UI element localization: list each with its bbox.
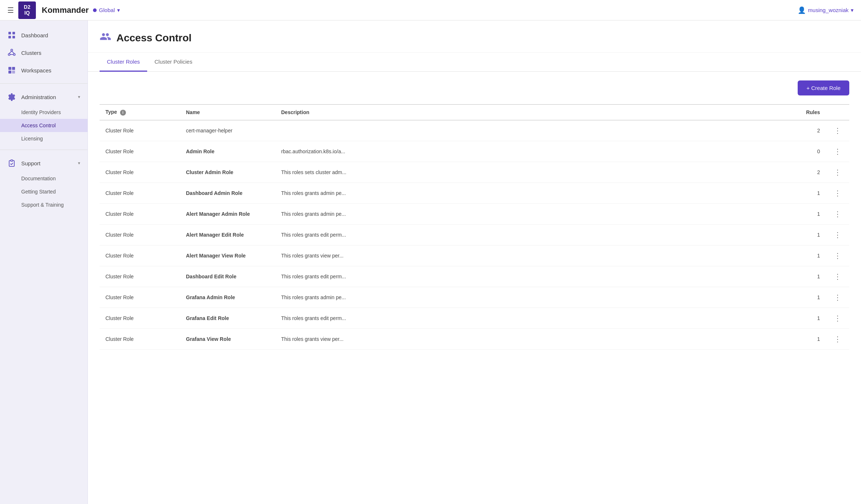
clusters-icon bbox=[7, 48, 16, 57]
cell-name: Grafana Edit Role bbox=[180, 308, 275, 328]
topnav: ☰ D2 IQ Kommander Global ▾ 👤 musing_wozn… bbox=[0, 0, 861, 20]
cell-type: Cluster Role bbox=[100, 224, 180, 245]
sidebar-item-identity-providers[interactable]: Identity Providers bbox=[0, 106, 87, 119]
sidebar-label-support: Support bbox=[21, 160, 41, 166]
row-actions-button[interactable]: ⋮ bbox=[832, 292, 843, 302]
administration-chevron: ▾ bbox=[78, 94, 80, 99]
cell-actions: ⋮ bbox=[826, 224, 849, 245]
row-actions-button[interactable]: ⋮ bbox=[832, 188, 843, 198]
cell-rules: 1 bbox=[797, 328, 826, 349]
cell-actions: ⋮ bbox=[826, 141, 849, 162]
row-actions-button[interactable]: ⋮ bbox=[832, 334, 843, 344]
row-actions-button[interactable]: ⋮ bbox=[832, 271, 843, 282]
main-content: Access Control Cluster Roles Cluster Pol… bbox=[88, 20, 861, 504]
row-actions-button[interactable]: ⋮ bbox=[832, 146, 843, 157]
cell-type: Cluster Role bbox=[100, 183, 180, 203]
col-rules: Rules bbox=[797, 105, 826, 120]
cell-description bbox=[275, 120, 797, 141]
cell-actions: ⋮ bbox=[826, 308, 849, 328]
table-row: Cluster Role cert-manager-helper 2 ⋮ bbox=[100, 120, 849, 141]
cell-name: Alert Manager Admin Role bbox=[180, 203, 275, 224]
col-name: Name bbox=[180, 105, 275, 120]
global-selector[interactable]: Global ▾ bbox=[93, 7, 120, 14]
sidebar-divider-1 bbox=[0, 83, 87, 84]
tab-cluster-policies[interactable]: Cluster Policies bbox=[147, 53, 200, 72]
user-icon: 👤 bbox=[798, 6, 806, 14]
sidebar-item-clusters[interactable]: Clusters bbox=[0, 44, 87, 61]
sidebar-item-access-control[interactable]: Access Control bbox=[0, 119, 87, 132]
svg-line-7 bbox=[9, 51, 12, 54]
row-actions-button[interactable]: ⋮ bbox=[832, 251, 843, 261]
sidebar-item-support-training[interactable]: Support & Training bbox=[0, 198, 87, 211]
cell-name: Dashboard Edit Role bbox=[180, 266, 275, 287]
sidebar-item-documentation[interactable]: Documentation bbox=[0, 172, 87, 185]
type-info-icon[interactable]: i bbox=[120, 110, 126, 116]
table-row: Cluster Role Grafana Edit Role This role… bbox=[100, 308, 849, 328]
cell-rules: 0 bbox=[797, 141, 826, 162]
global-dot bbox=[93, 8, 97, 12]
tab-cluster-roles[interactable]: Cluster Roles bbox=[100, 53, 147, 72]
svg-rect-2 bbox=[8, 36, 11, 38]
row-actions-button[interactable]: ⋮ bbox=[832, 125, 843, 136]
global-chevron: ▾ bbox=[117, 7, 120, 14]
cell-type: Cluster Role bbox=[100, 162, 180, 183]
sidebar-section-administration: Administration ▾ Identity Providers Acce… bbox=[0, 88, 87, 145]
page-title: Access Control bbox=[116, 32, 191, 44]
cell-actions: ⋮ bbox=[826, 203, 849, 224]
svg-point-5 bbox=[8, 54, 10, 56]
user-menu[interactable]: 👤 musing_wozniak ▾ bbox=[798, 6, 854, 14]
sidebar-section-support: Support ▾ Documentation Getting Started … bbox=[0, 154, 87, 211]
cell-description: This roles grants view per... bbox=[275, 245, 797, 266]
cell-description: rbac.authorization.k8s.io/a... bbox=[275, 141, 797, 162]
logo: D2 IQ bbox=[18, 1, 36, 19]
cell-rules: 1 bbox=[797, 308, 826, 328]
dashboard-icon bbox=[7, 31, 16, 40]
table-body: Cluster Role cert-manager-helper 2 ⋮ Clu… bbox=[100, 120, 849, 349]
row-actions-button[interactable]: ⋮ bbox=[832, 209, 843, 219]
sidebar-item-workspaces[interactable]: Workspaces bbox=[0, 61, 87, 79]
cell-name: Grafana Admin Role bbox=[180, 287, 275, 308]
table-row: Cluster Role Dashboard Admin Role This r… bbox=[100, 183, 849, 203]
user-chevron: ▾ bbox=[851, 7, 854, 14]
cell-actions: ⋮ bbox=[826, 162, 849, 183]
row-actions-button[interactable]: ⋮ bbox=[832, 313, 843, 323]
table-row: Cluster Role Dashboard Edit Role This ro… bbox=[100, 266, 849, 287]
sidebar-label-clusters: Clusters bbox=[21, 50, 41, 56]
username: musing_wozniak bbox=[808, 7, 849, 13]
cell-name: Admin Role bbox=[180, 141, 275, 162]
cell-description: This roles grants edit perm... bbox=[275, 308, 797, 328]
cell-rules: 1 bbox=[797, 203, 826, 224]
table-row: Cluster Role Alert Manager View Role Thi… bbox=[100, 245, 849, 266]
sidebar-item-licensing[interactable]: Licensing bbox=[0, 132, 87, 145]
cell-description: This roles grants edit perm... bbox=[275, 224, 797, 245]
col-actions bbox=[826, 105, 849, 120]
cell-rules: 1 bbox=[797, 183, 826, 203]
table-row: Cluster Role Admin Role rbac.authorizati… bbox=[100, 141, 849, 162]
row-actions-button[interactable]: ⋮ bbox=[832, 167, 843, 177]
cell-name: Dashboard Admin Role bbox=[180, 183, 275, 203]
access-control-icon bbox=[100, 31, 111, 45]
cell-actions: ⋮ bbox=[826, 287, 849, 308]
svg-rect-3 bbox=[12, 36, 15, 38]
svg-line-8 bbox=[12, 51, 14, 54]
gear-icon bbox=[7, 93, 16, 101]
sidebar-item-getting-started[interactable]: Getting Started bbox=[0, 185, 87, 198]
cell-rules: 1 bbox=[797, 287, 826, 308]
sidebar-item-dashboard[interactable]: Dashboard bbox=[0, 26, 87, 44]
sidebar-section-header-support[interactable]: Support ▾ bbox=[0, 154, 87, 172]
sidebar: Dashboard Clusters Workspaces bbox=[0, 20, 88, 504]
sidebar-section-header-administration[interactable]: Administration ▾ bbox=[0, 88, 87, 106]
svg-point-6 bbox=[14, 54, 15, 56]
cell-description: This roles grants admin pe... bbox=[275, 183, 797, 203]
support-icon bbox=[7, 159, 16, 168]
table-row: Cluster Role Grafana Admin Role This rol… bbox=[100, 287, 849, 308]
hamburger-button[interactable]: ☰ bbox=[7, 6, 14, 15]
topnav-left: ☰ D2 IQ Kommander Global ▾ bbox=[7, 1, 120, 19]
create-role-button[interactable]: + Create Role bbox=[798, 80, 849, 95]
toolbar-row: + Create Role bbox=[100, 80, 849, 95]
row-actions-button[interactable]: ⋮ bbox=[832, 230, 843, 240]
cell-description: This roles grants edit perm... bbox=[275, 266, 797, 287]
svg-point-4 bbox=[11, 49, 13, 51]
cell-actions: ⋮ bbox=[826, 120, 849, 141]
cell-description: This roles sets cluster adm... bbox=[275, 162, 797, 183]
